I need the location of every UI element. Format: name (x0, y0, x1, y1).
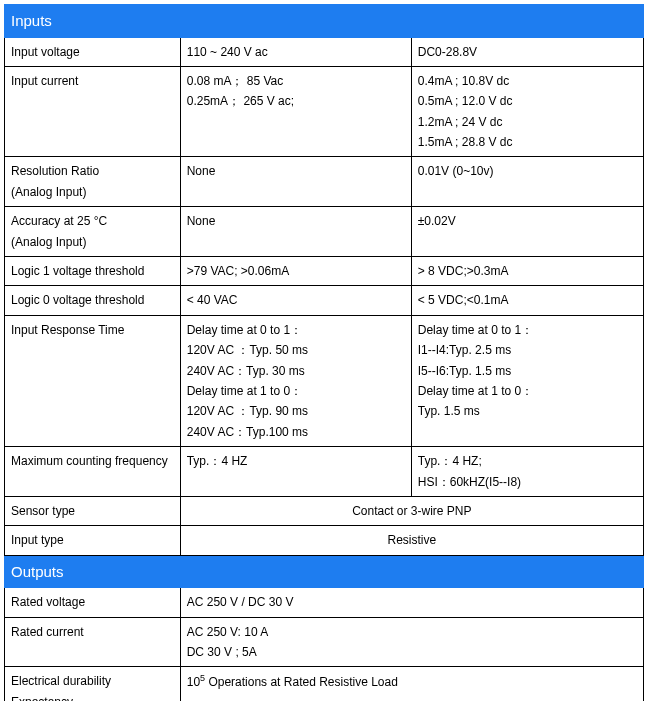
value: AC 250 V: 10 ADC 30 V ; 5A (180, 617, 643, 667)
row-input-type: Input type Resistive (5, 526, 644, 555)
row-logic1: Logic 1 voltage threshold >79 VAC; >0.06… (5, 257, 644, 286)
label: Resolution Ratio(Analog Input) (5, 157, 181, 207)
label: Rated current (5, 617, 181, 667)
label: Input Response Time (5, 315, 181, 446)
row-sensor-type: Sensor type Contact or 3-wire PNP (5, 496, 644, 525)
row-accuracy: Accuracy at 25 °C(Analog Input) None ±0.… (5, 207, 644, 257)
value: Contact or 3-wire PNP (180, 496, 643, 525)
value: 105 Operations at Rated Resistive Load (180, 667, 643, 701)
value-ac: Delay time at 0 to 1：120V AC ：Typ. 50 ms… (180, 315, 411, 446)
row-logic0: Logic 0 voltage threshold < 40 VAC < 5 V… (5, 286, 644, 315)
outputs-header-cell: Outputs (5, 555, 644, 588)
value-dc: Delay time at 0 to 1：I1--I4:Typ. 2.5 msI… (411, 315, 643, 446)
value: AC 250 V / DC 30 V (180, 588, 643, 617)
value-dc: > 8 VDC;>0.3mA (411, 257, 643, 286)
inputs-section-header: Inputs (5, 5, 644, 38)
value-ac: None (180, 157, 411, 207)
row-input-voltage: Input voltage 110 ~ 240 V ac DC0-28.8V (5, 37, 644, 66)
value-ac: 110 ~ 240 V ac (180, 37, 411, 66)
value-dc: Typ.：4 HZ;HSI：60kHZ(I5--I8) (411, 447, 643, 497)
value-ac: >79 VAC; >0.06mA (180, 257, 411, 286)
value-dc: DC0-28.8V (411, 37, 643, 66)
row-resolution-ratio: Resolution Ratio(Analog Input) None 0.01… (5, 157, 644, 207)
label: Electrical durability Expectancy (5, 667, 181, 701)
label: Input voltage (5, 37, 181, 66)
value-dc: 0.01V (0~10v) (411, 157, 643, 207)
value-ac: 0.08 mA； 85 Vac0.25mA； 265 V ac; (180, 66, 411, 157)
label: Logic 0 voltage threshold (5, 286, 181, 315)
inputs-header-cell: Inputs (5, 5, 181, 38)
spec-table: Inputs Input voltage 110 ~ 240 V ac DC0-… (4, 4, 644, 701)
label: Maximum counting frequency (5, 447, 181, 497)
value-ac: None (180, 207, 411, 257)
value: Resistive (180, 526, 643, 555)
value-ac: Typ.：4 HZ (180, 447, 411, 497)
row-input-current: Input current 0.08 mA； 85 Vac0.25mA； 265… (5, 66, 644, 157)
label: Logic 1 voltage threshold (5, 257, 181, 286)
value-dc: ±0.02V (411, 207, 643, 257)
row-input-response-time: Input Response Time Delay time at 0 to 1… (5, 315, 644, 446)
value-dc: < 5 VDC;<0.1mA (411, 286, 643, 315)
row-rated-voltage: Rated voltage AC 250 V / DC 30 V (5, 588, 644, 617)
label: Accuracy at 25 °C(Analog Input) (5, 207, 181, 257)
label: Input type (5, 526, 181, 555)
row-max-counting-frequency: Maximum counting frequency Typ.：4 HZ Typ… (5, 447, 644, 497)
row-rated-current: Rated current AC 250 V: 10 ADC 30 V ; 5A (5, 617, 644, 667)
label: Rated voltage (5, 588, 181, 617)
label: Input current (5, 66, 181, 157)
row-electrical-durability: Electrical durability Expectancy 105 Ope… (5, 667, 644, 701)
value-ac: < 40 VAC (180, 286, 411, 315)
outputs-section-header: Outputs (5, 555, 644, 588)
value-dc: 0.4mA ; 10.8V dc0.5mA ; 12.0 V dc1.2mA ;… (411, 66, 643, 157)
label: Sensor type (5, 496, 181, 525)
